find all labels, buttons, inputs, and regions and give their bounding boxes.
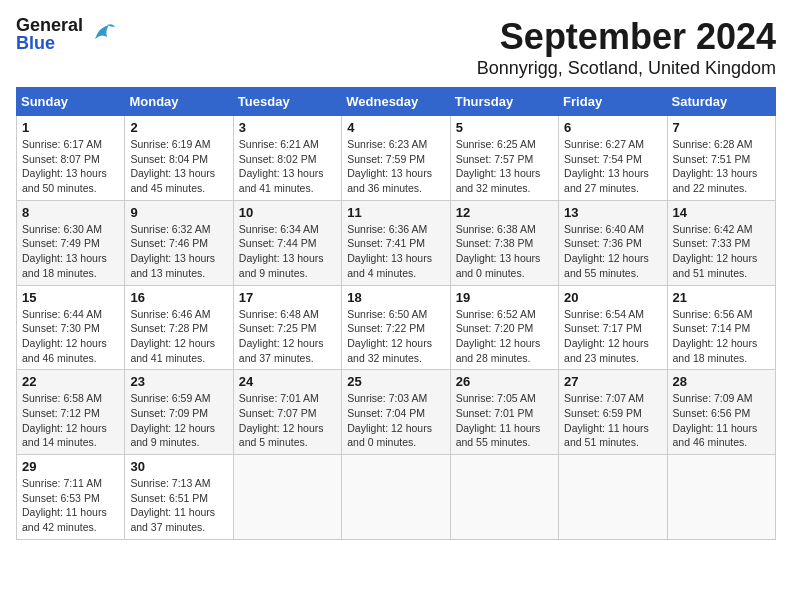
calendar-cell [233,455,341,540]
calendar-cell: 22Sunrise: 6:58 AMSunset: 7:12 PMDayligh… [17,370,125,455]
day-number: 30 [130,459,227,474]
calendar-cell: 17Sunrise: 6:48 AMSunset: 7:25 PMDayligh… [233,285,341,370]
day-number: 2 [130,120,227,135]
calendar-cell: 9Sunrise: 6:32 AMSunset: 7:46 PMDaylight… [125,200,233,285]
day-number: 16 [130,290,227,305]
day-number: 22 [22,374,119,389]
calendar-cell: 30Sunrise: 7:13 AMSunset: 6:51 PMDayligh… [125,455,233,540]
calendar-cell: 2Sunrise: 6:19 AMSunset: 8:04 PMDaylight… [125,116,233,201]
calendar-week-row: 22Sunrise: 6:58 AMSunset: 7:12 PMDayligh… [17,370,776,455]
day-info: Sunrise: 6:54 AMSunset: 7:17 PMDaylight:… [564,307,661,366]
calendar-cell [559,455,667,540]
page-header: General Blue September 2024 Bonnyrigg, S… [16,16,776,79]
day-info: Sunrise: 6:34 AMSunset: 7:44 PMDaylight:… [239,222,336,281]
day-info: Sunrise: 6:32 AMSunset: 7:46 PMDaylight:… [130,222,227,281]
day-number: 1 [22,120,119,135]
calendar-cell: 18Sunrise: 6:50 AMSunset: 7:22 PMDayligh… [342,285,450,370]
day-number: 7 [673,120,770,135]
day-info: Sunrise: 6:19 AMSunset: 8:04 PMDaylight:… [130,137,227,196]
calendar-week-row: 8Sunrise: 6:30 AMSunset: 7:49 PMDaylight… [17,200,776,285]
calendar-cell: 27Sunrise: 7:07 AMSunset: 6:59 PMDayligh… [559,370,667,455]
calendar-cell: 29Sunrise: 7:11 AMSunset: 6:53 PMDayligh… [17,455,125,540]
calendar-cell: 10Sunrise: 6:34 AMSunset: 7:44 PMDayligh… [233,200,341,285]
calendar-cell: 26Sunrise: 7:05 AMSunset: 7:01 PMDayligh… [450,370,558,455]
day-info: Sunrise: 7:01 AMSunset: 7:07 PMDaylight:… [239,391,336,450]
day-info: Sunrise: 6:46 AMSunset: 7:28 PMDaylight:… [130,307,227,366]
calendar-cell: 20Sunrise: 6:54 AMSunset: 7:17 PMDayligh… [559,285,667,370]
weekday-header-saturday: Saturday [667,88,775,116]
day-info: Sunrise: 6:58 AMSunset: 7:12 PMDaylight:… [22,391,119,450]
day-info: Sunrise: 6:17 AMSunset: 8:07 PMDaylight:… [22,137,119,196]
day-number: 17 [239,290,336,305]
calendar-cell: 24Sunrise: 7:01 AMSunset: 7:07 PMDayligh… [233,370,341,455]
day-info: Sunrise: 7:11 AMSunset: 6:53 PMDaylight:… [22,476,119,535]
logo-general: General [16,16,83,34]
title-block: September 2024 Bonnyrigg, Scotland, Unit… [477,16,776,79]
day-number: 11 [347,205,444,220]
calendar-cell: 11Sunrise: 6:36 AMSunset: 7:41 PMDayligh… [342,200,450,285]
day-number: 18 [347,290,444,305]
day-number: 23 [130,374,227,389]
day-info: Sunrise: 6:40 AMSunset: 7:36 PMDaylight:… [564,222,661,281]
day-number: 20 [564,290,661,305]
day-info: Sunrise: 7:07 AMSunset: 6:59 PMDaylight:… [564,391,661,450]
calendar-cell: 6Sunrise: 6:27 AMSunset: 7:54 PMDaylight… [559,116,667,201]
calendar-cell: 8Sunrise: 6:30 AMSunset: 7:49 PMDaylight… [17,200,125,285]
logo: General Blue [16,16,117,52]
day-info: Sunrise: 6:38 AMSunset: 7:38 PMDaylight:… [456,222,553,281]
calendar-cell: 13Sunrise: 6:40 AMSunset: 7:36 PMDayligh… [559,200,667,285]
day-number: 13 [564,205,661,220]
calendar-cell: 4Sunrise: 6:23 AMSunset: 7:59 PMDaylight… [342,116,450,201]
calendar-table: SundayMondayTuesdayWednesdayThursdayFrid… [16,87,776,540]
calendar-cell: 5Sunrise: 6:25 AMSunset: 7:57 PMDaylight… [450,116,558,201]
weekday-header-row: SundayMondayTuesdayWednesdayThursdayFrid… [17,88,776,116]
day-number: 15 [22,290,119,305]
weekday-header-monday: Monday [125,88,233,116]
calendar-week-row: 15Sunrise: 6:44 AMSunset: 7:30 PMDayligh… [17,285,776,370]
day-number: 29 [22,459,119,474]
day-info: Sunrise: 6:21 AMSunset: 8:02 PMDaylight:… [239,137,336,196]
day-number: 24 [239,374,336,389]
calendar-cell: 7Sunrise: 6:28 AMSunset: 7:51 PMDaylight… [667,116,775,201]
day-number: 14 [673,205,770,220]
calendar-cell: 16Sunrise: 6:46 AMSunset: 7:28 PMDayligh… [125,285,233,370]
weekday-header-sunday: Sunday [17,88,125,116]
day-number: 9 [130,205,227,220]
weekday-header-wednesday: Wednesday [342,88,450,116]
day-info: Sunrise: 6:30 AMSunset: 7:49 PMDaylight:… [22,222,119,281]
calendar-cell: 1Sunrise: 6:17 AMSunset: 8:07 PMDaylight… [17,116,125,201]
day-number: 12 [456,205,553,220]
day-info: Sunrise: 6:44 AMSunset: 7:30 PMDaylight:… [22,307,119,366]
day-number: 8 [22,205,119,220]
day-info: Sunrise: 6:48 AMSunset: 7:25 PMDaylight:… [239,307,336,366]
calendar-cell: 15Sunrise: 6:44 AMSunset: 7:30 PMDayligh… [17,285,125,370]
calendar-cell: 12Sunrise: 6:38 AMSunset: 7:38 PMDayligh… [450,200,558,285]
calendar-week-row: 1Sunrise: 6:17 AMSunset: 8:07 PMDaylight… [17,116,776,201]
calendar-cell: 28Sunrise: 7:09 AMSunset: 6:56 PMDayligh… [667,370,775,455]
day-info: Sunrise: 6:56 AMSunset: 7:14 PMDaylight:… [673,307,770,366]
logo-text-block: General Blue [16,16,83,52]
day-info: Sunrise: 6:42 AMSunset: 7:33 PMDaylight:… [673,222,770,281]
calendar-cell: 14Sunrise: 6:42 AMSunset: 7:33 PMDayligh… [667,200,775,285]
weekday-header-tuesday: Tuesday [233,88,341,116]
calendar-cell: 19Sunrise: 6:52 AMSunset: 7:20 PMDayligh… [450,285,558,370]
day-info: Sunrise: 7:09 AMSunset: 6:56 PMDaylight:… [673,391,770,450]
day-number: 27 [564,374,661,389]
calendar-cell: 3Sunrise: 6:21 AMSunset: 8:02 PMDaylight… [233,116,341,201]
day-number: 6 [564,120,661,135]
day-number: 19 [456,290,553,305]
day-info: Sunrise: 6:59 AMSunset: 7:09 PMDaylight:… [130,391,227,450]
weekday-header-friday: Friday [559,88,667,116]
calendar-week-row: 29Sunrise: 7:11 AMSunset: 6:53 PMDayligh… [17,455,776,540]
day-info: Sunrise: 6:27 AMSunset: 7:54 PMDaylight:… [564,137,661,196]
calendar-cell: 25Sunrise: 7:03 AMSunset: 7:04 PMDayligh… [342,370,450,455]
day-info: Sunrise: 7:13 AMSunset: 6:51 PMDaylight:… [130,476,227,535]
day-number: 25 [347,374,444,389]
day-number: 28 [673,374,770,389]
day-info: Sunrise: 6:23 AMSunset: 7:59 PMDaylight:… [347,137,444,196]
calendar-cell [667,455,775,540]
calendar-cell: 23Sunrise: 6:59 AMSunset: 7:09 PMDayligh… [125,370,233,455]
day-info: Sunrise: 6:25 AMSunset: 7:57 PMDaylight:… [456,137,553,196]
calendar-cell: 21Sunrise: 6:56 AMSunset: 7:14 PMDayligh… [667,285,775,370]
day-number: 3 [239,120,336,135]
